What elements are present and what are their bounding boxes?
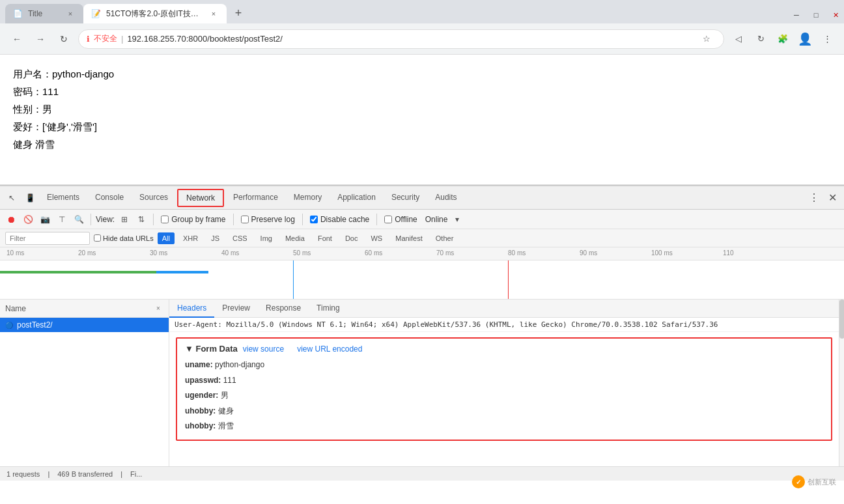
timeline-ruler: 10 ms 20 ms 30 ms 40 ms 50 ms 60 ms 70 m… xyxy=(0,247,844,260)
uname-value: python-django xyxy=(215,360,264,369)
maximize-button[interactable]: □ xyxy=(808,7,824,23)
minimize-button[interactable]: ─ xyxy=(788,7,805,23)
detail-panel[interactable]: Headers Preview Response Timing User-Age… xyxy=(169,300,839,466)
filter-media-button[interactable]: Media xyxy=(281,232,309,244)
close-button[interactable]: ✕ xyxy=(827,7,844,23)
tab-audits[interactable]: Audits xyxy=(427,186,464,210)
tab-bar: 📄 Title × 📝 51CTO博客2.0-原创IT技术文章... × + ─… xyxy=(0,0,844,23)
view-source-link[interactable]: view source xyxy=(243,344,284,354)
filter-xhr-button[interactable]: XHR xyxy=(178,232,203,244)
tab-security[interactable]: Security xyxy=(384,186,427,210)
file-name: postTest2/ xyxy=(17,320,53,329)
tab-elements[interactable]: Elements xyxy=(39,186,87,210)
avatar-button[interactable]: 👤 xyxy=(796,30,814,48)
security-icon: ℹ xyxy=(87,35,90,44)
timeline-mark-10: 10 ms xyxy=(7,249,24,257)
filter-input[interactable] xyxy=(5,232,90,245)
toolbar-separator-3 xyxy=(233,214,234,225)
reload-button[interactable]: ↻ xyxy=(55,30,73,48)
timeline-mark-50: 50 ms xyxy=(293,249,311,257)
security-label: 不安全 xyxy=(94,33,117,44)
tab-sources[interactable]: Sources xyxy=(132,186,176,210)
timeline-bar-green xyxy=(0,271,156,273)
detail-tabs: Headers Preview Response Timing xyxy=(169,300,839,318)
bookmark-button[interactable]: ☆ xyxy=(697,30,716,48)
network-toolbar: ⏺ 🚫 📷 ⊤ 🔍 View: ⊞ ⇅ Group by frame Prese… xyxy=(0,210,844,229)
view-list-button[interactable]: ⇅ xyxy=(134,212,148,227)
tab-performance[interactable]: Performance xyxy=(225,186,286,210)
fi-label: Fi... xyxy=(130,470,142,478)
uhobby2-key: uhobby: xyxy=(185,421,216,430)
address-bar-input[interactable]: ℹ 不安全 | 192.168.255.70:8000/booktest/pos… xyxy=(78,29,724,49)
extensions-button[interactable]: 🧩 xyxy=(774,30,792,48)
tab-console[interactable]: Console xyxy=(87,186,132,210)
toolbar-separator-2 xyxy=(153,214,154,225)
filter-button[interactable]: ⊤ xyxy=(55,212,69,227)
filter-ws-button[interactable]: WS xyxy=(366,232,387,244)
filter-other-button[interactable]: Other xyxy=(431,232,458,244)
status-bar: 1 requests | 469 B transferred | Fi... xyxy=(0,466,844,481)
detail-tab-timing[interactable]: Timing xyxy=(309,300,348,318)
view-url-encoded-link[interactable]: view URL encoded xyxy=(297,344,362,354)
form-data-row-ugender: ugender: 男 xyxy=(185,388,823,404)
detail-tab-headers[interactable]: Headers xyxy=(169,300,214,318)
inspect-element-button[interactable]: ↖ xyxy=(3,189,21,207)
detail-tab-preview[interactable]: Preview xyxy=(214,300,258,318)
clear-button[interactable]: 🚫 xyxy=(21,212,35,227)
timeline-bar-blue xyxy=(156,271,208,273)
tab-active-close-button[interactable]: × xyxy=(208,8,219,19)
filter-all-button[interactable]: All xyxy=(158,232,175,244)
filter-manifest-button[interactable]: Manifest xyxy=(391,232,427,244)
scrollbar[interactable] xyxy=(839,300,844,466)
disable-cache-checkbox[interactable] xyxy=(310,216,318,223)
filter-font-button[interactable]: Font xyxy=(313,232,337,244)
watermark: ✓ 创新互联 xyxy=(792,475,836,488)
devtools-more-button[interactable]: ⋮ xyxy=(805,189,823,207)
back-button[interactable]: ← xyxy=(8,30,26,48)
ugender-key: ugender: xyxy=(185,391,218,400)
tab-network[interactable]: Network xyxy=(177,189,224,207)
devtools-close-button[interactable]: ✕ xyxy=(823,189,841,207)
file-row-posttest2[interactable]: 🔵 postTest2/ xyxy=(0,318,169,332)
refresh-button[interactable]: ↻ xyxy=(752,30,770,48)
disable-cache-label[interactable]: Disable cache xyxy=(307,215,372,224)
record-button[interactable]: ⏺ xyxy=(4,212,18,227)
offline-checkbox[interactable] xyxy=(384,216,392,223)
form-data-title: ▼ Form Data xyxy=(185,344,238,354)
tab-memory[interactable]: Memory xyxy=(286,186,330,210)
tab-close-button[interactable]: × xyxy=(65,8,76,19)
devtools-tab-bar: ↖ 📱 Elements Console Sources Network Per… xyxy=(0,186,844,210)
panel-close-button[interactable]: × xyxy=(153,303,163,314)
device-toggle-button[interactable]: 📱 xyxy=(21,189,39,207)
new-tab-button[interactable]: + xyxy=(229,4,247,22)
requests-count: 1 requests xyxy=(7,470,40,478)
filter-img-button[interactable]: Img xyxy=(256,232,277,244)
offline-label[interactable]: Offline xyxy=(382,215,419,224)
forward-button[interactable]: → xyxy=(31,30,49,48)
camera-button[interactable]: 📷 xyxy=(38,212,52,227)
hide-data-urls-checkbox[interactable] xyxy=(94,234,101,242)
tab-active[interactable]: 📝 51CTO博客2.0-原创IT技术文章... × xyxy=(83,4,227,23)
group-by-frame-label[interactable]: Group by frame xyxy=(158,215,228,224)
filter-doc-button[interactable]: Doc xyxy=(341,232,363,244)
user-agent-text: User-Agent: Mozilla/5.0 (Windows NT 6.1;… xyxy=(169,318,839,332)
group-by-frame-checkbox[interactable] xyxy=(161,216,169,223)
detail-tab-response[interactable]: Response xyxy=(258,300,309,318)
search-button[interactable]: 🔍 xyxy=(72,212,86,227)
filter-css-button[interactable]: CSS xyxy=(228,232,252,244)
tab-application[interactable]: Application xyxy=(330,186,384,210)
tab-title-text: Title xyxy=(28,9,60,18)
view-grid-button[interactable]: ⊞ xyxy=(117,212,132,227)
timeline-mark-70: 70 ms xyxy=(436,249,454,257)
throttle-dropdown-button[interactable]: ▾ xyxy=(450,212,464,227)
nav-history-button[interactable]: ◁ xyxy=(729,30,748,48)
more-button[interactable]: ⋮ xyxy=(818,30,836,48)
separator: | xyxy=(48,470,49,478)
online-text: Online xyxy=(425,215,448,224)
timeline-vline-blue xyxy=(293,260,294,300)
hide-data-urls-label[interactable]: Hide data URLs xyxy=(94,234,154,242)
preserve-log-checkbox[interactable] xyxy=(241,216,249,223)
filter-js-button[interactable]: JS xyxy=(206,232,224,244)
preserve-log-label[interactable]: Preserve log xyxy=(238,215,298,224)
tab-title[interactable]: 📄 Title × xyxy=(5,4,83,23)
